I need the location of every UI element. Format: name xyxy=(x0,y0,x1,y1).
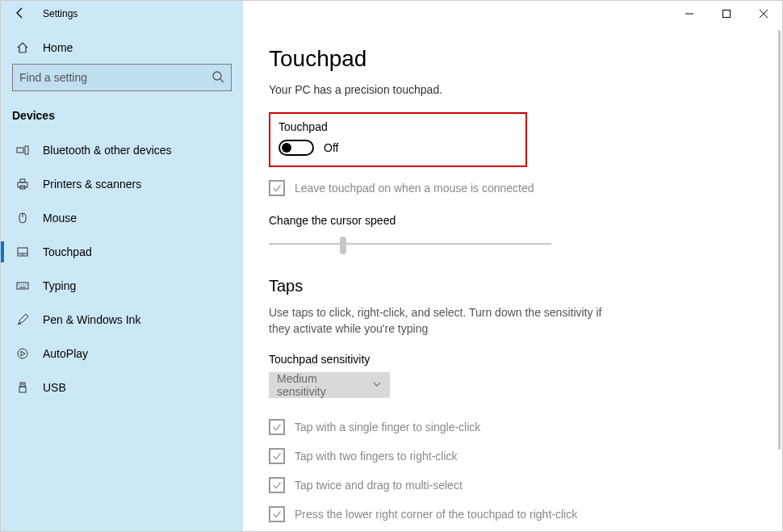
svg-point-20 xyxy=(18,349,27,358)
search-input[interactable] xyxy=(19,71,211,84)
svg-rect-1 xyxy=(723,10,731,18)
tap-option-row[interactable]: Press the lower right corner of the touc… xyxy=(269,506,756,522)
sidebar-item-bluetooth[interactable]: Bluetooth & other devices xyxy=(1,133,243,167)
titlebar: Settings xyxy=(1,1,782,27)
touchpad-toggle[interactable] xyxy=(278,140,314,156)
svg-rect-4 xyxy=(17,148,23,153)
sidebar-item-label: Pen & Windows Ink xyxy=(43,313,140,326)
sidebar: Home Devices Bluetooth & other devices xyxy=(1,27,243,531)
back-button[interactable] xyxy=(1,6,40,22)
leave-on-label: Leave touchpad on when a mouse is connec… xyxy=(295,182,534,195)
svg-rect-22 xyxy=(19,387,26,392)
tap-option-label: Tap twice and drag to multi-select xyxy=(295,479,463,492)
scrollbar[interactable] xyxy=(778,30,781,450)
slider-thumb[interactable] xyxy=(340,237,346,254)
checkbox-icon xyxy=(269,448,285,464)
touchpad-toggle-highlight: Touchpad Off xyxy=(269,112,527,167)
sidebar-item-typing[interactable]: Typing xyxy=(1,269,243,303)
svg-point-2 xyxy=(213,72,221,80)
home-icon xyxy=(15,40,30,55)
sidebar-item-label: USB xyxy=(43,381,66,394)
checkbox-icon xyxy=(269,477,285,493)
precision-text: Your PC has a precision touchpad. xyxy=(269,83,756,96)
home-label: Home xyxy=(43,41,73,54)
sidebar-item-label: AutoPlay xyxy=(43,347,88,360)
toggle-state: Off xyxy=(324,141,338,154)
sidebar-item-autoplay[interactable]: AutoPlay xyxy=(1,337,243,371)
slider-track xyxy=(269,243,551,245)
search-icon xyxy=(211,70,224,86)
category-header: Devices xyxy=(1,99,243,133)
svg-rect-7 xyxy=(20,179,25,182)
sidebar-item-printers[interactable]: Printers & scanners xyxy=(1,167,243,201)
svg-rect-5 xyxy=(25,146,28,154)
printer-icon xyxy=(15,177,30,191)
sidebar-item-label: Typing xyxy=(43,279,76,292)
tap-option-label: Tap with two fingers to right-click xyxy=(295,450,458,463)
sensitivity-value: Medium sensitivity xyxy=(277,372,366,398)
cursor-speed-label: Change the cursor speed xyxy=(269,214,756,227)
svg-rect-6 xyxy=(18,182,27,187)
tap-option-label: Tap with a single finger to single-click xyxy=(295,421,480,434)
sidebar-item-touchpad[interactable]: Touchpad xyxy=(1,235,243,269)
tap-option-row[interactable]: Tap twice and drag to multi-select xyxy=(269,477,756,493)
home-nav[interactable]: Home xyxy=(1,31,243,64)
usb-icon xyxy=(15,380,30,395)
chevron-down-icon xyxy=(372,379,382,392)
tap-option-label: Press the lower right corner of the touc… xyxy=(295,508,577,521)
page-title: Touchpad xyxy=(269,46,756,72)
touchpad-icon xyxy=(15,245,30,259)
search-box[interactable] xyxy=(12,64,232,91)
maximize-button[interactable] xyxy=(708,1,745,27)
sidebar-item-usb[interactable]: USB xyxy=(1,371,243,404)
toggle-label: Touchpad xyxy=(278,120,517,133)
devices-icon xyxy=(15,143,30,157)
sidebar-item-label: Printers & scanners xyxy=(43,178,141,191)
svg-rect-14 xyxy=(17,283,28,289)
content-pane: Touchpad Your PC has a precision touchpa… xyxy=(243,27,782,531)
checkbox-icon xyxy=(269,419,285,435)
sidebar-item-label: Touchpad xyxy=(43,245,92,258)
tap-option-row[interactable]: Tap with a single finger to single-click xyxy=(269,419,756,435)
sensitivity-dropdown[interactable]: Medium sensitivity xyxy=(269,372,390,398)
taps-description: Use taps to click, right-click, and sele… xyxy=(269,305,624,337)
sidebar-item-pen[interactable]: Pen & Windows Ink xyxy=(1,303,243,337)
sensitivity-label: Touchpad sensitivity xyxy=(269,353,756,366)
pen-icon xyxy=(15,312,30,327)
checkbox-icon xyxy=(269,506,285,522)
mouse-icon xyxy=(15,211,30,225)
sidebar-item-label: Bluetooth & other devices xyxy=(43,144,172,157)
checkbox-icon xyxy=(269,180,285,196)
tap-option-row[interactable]: Tap with two fingers to right-click xyxy=(269,448,756,464)
svg-line-3 xyxy=(220,79,224,82)
taps-header: Taps xyxy=(269,277,756,295)
close-button[interactable] xyxy=(745,1,782,27)
minimize-button[interactable] xyxy=(671,1,708,27)
keyboard-icon xyxy=(15,279,30,293)
toggle-knob xyxy=(282,143,291,153)
cursor-speed-slider[interactable] xyxy=(269,235,551,254)
autoplay-icon xyxy=(15,346,30,361)
svg-rect-21 xyxy=(20,383,25,387)
sidebar-item-mouse[interactable]: Mouse xyxy=(1,201,243,235)
window-title: Settings xyxy=(40,8,77,19)
sidebar-item-label: Mouse xyxy=(43,212,77,224)
leave-touchpad-on-row[interactable]: Leave touchpad on when a mouse is connec… xyxy=(269,180,756,196)
